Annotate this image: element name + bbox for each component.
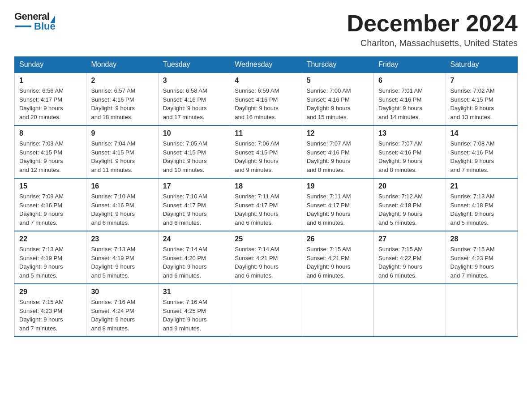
day-info: Sunrise: 7:10 AMSunset: 4:17 PMDaylight:… [163,192,225,227]
calendar-cell: 4Sunrise: 6:59 AMSunset: 4:16 PMDaylight… [230,73,302,125]
day-info: Sunrise: 7:13 AMSunset: 4:18 PMDaylight:… [450,192,513,227]
day-number: 17 [163,182,225,190]
calendar-cell: 31Sunrise: 7:16 AMSunset: 4:25 PMDayligh… [158,284,230,337]
calendar-cell: 13Sunrise: 7:07 AMSunset: 4:16 PMDayligh… [374,125,446,178]
calendar-week-row: 22Sunrise: 7:13 AMSunset: 4:19 PMDayligh… [15,231,518,284]
day-info: Sunrise: 7:07 AMSunset: 4:16 PMDaylight:… [378,139,441,174]
day-number: 12 [307,129,369,137]
day-number: 22 [19,235,82,243]
calendar-cell: 24Sunrise: 7:14 AMSunset: 4:20 PMDayligh… [158,231,230,284]
calendar-subtitle: Charlton, Massachusetts, United States [347,38,518,48]
day-info: Sunrise: 7:13 AMSunset: 4:19 PMDaylight:… [19,245,82,280]
calendar-cell: 3Sunrise: 6:58 AMSunset: 4:16 PMDaylight… [158,73,230,125]
day-number: 29 [19,288,82,296]
calendar-cell: 10Sunrise: 7:05 AMSunset: 4:15 PMDayligh… [158,125,230,178]
weekday-header-saturday: Saturday [446,57,517,73]
calendar-cell: 18Sunrise: 7:11 AMSunset: 4:17 PMDayligh… [230,178,302,231]
calendar-title-block: December 2024 Charlton, Massachusetts, U… [347,11,518,48]
calendar-cell: 6Sunrise: 7:01 AMSunset: 4:16 PMDaylight… [374,73,446,125]
day-info: Sunrise: 7:10 AMSunset: 4:16 PMDaylight:… [91,192,153,227]
calendar-table: SundayMondayTuesdayWednesdayThursdayFrid… [14,56,518,337]
day-number: 19 [307,182,369,190]
calendar-cell: 28Sunrise: 7:15 AMSunset: 4:23 PMDayligh… [446,231,517,284]
day-info: Sunrise: 7:13 AMSunset: 4:19 PMDaylight:… [91,245,153,280]
day-number: 25 [235,235,297,243]
day-info: Sunrise: 7:05 AMSunset: 4:15 PMDaylight:… [163,139,225,174]
page-header: General Blue December 2024 Charlton, Mas… [14,11,518,48]
calendar-cell: 23Sunrise: 7:13 AMSunset: 4:19 PMDayligh… [86,231,158,284]
day-info: Sunrise: 6:56 AMSunset: 4:17 PMDaylight:… [19,86,82,121]
day-info: Sunrise: 7:15 AMSunset: 4:21 PMDaylight:… [307,245,369,280]
day-number: 3 [163,77,225,85]
day-info: Sunrise: 7:15 AMSunset: 4:22 PMDaylight:… [378,245,441,280]
calendar-cell: 20Sunrise: 7:12 AMSunset: 4:18 PMDayligh… [374,178,446,231]
day-number: 15 [19,182,82,190]
day-info: Sunrise: 7:14 AMSunset: 4:20 PMDaylight:… [163,245,225,280]
day-number: 21 [450,182,513,190]
day-info: Sunrise: 6:57 AMSunset: 4:16 PMDaylight:… [91,86,153,121]
day-number: 5 [307,77,369,85]
day-info: Sunrise: 7:08 AMSunset: 4:16 PMDaylight:… [450,139,513,174]
calendar-week-row: 29Sunrise: 7:15 AMSunset: 4:23 PMDayligh… [15,284,518,337]
day-info: Sunrise: 6:59 AMSunset: 4:16 PMDaylight:… [235,86,297,121]
day-number: 31 [163,288,225,296]
calendar-cell: 8Sunrise: 7:03 AMSunset: 4:15 PMDaylight… [15,125,86,178]
day-number: 30 [91,288,153,296]
calendar-cell: 22Sunrise: 7:13 AMSunset: 4:19 PMDayligh… [15,231,86,284]
calendar-cell: 11Sunrise: 7:06 AMSunset: 4:15 PMDayligh… [230,125,302,178]
day-number: 24 [163,235,225,243]
day-info: Sunrise: 7:16 AMSunset: 4:25 PMDaylight:… [163,298,225,333]
day-number: 1 [19,77,82,85]
day-number: 4 [235,77,297,85]
day-info: Sunrise: 7:11 AMSunset: 4:17 PMDaylight:… [307,192,369,227]
calendar-cell: 27Sunrise: 7:15 AMSunset: 4:22 PMDayligh… [374,231,446,284]
day-number: 28 [450,235,513,243]
day-number: 6 [378,77,441,85]
calendar-cell [446,284,517,337]
day-number: 9 [91,129,153,137]
day-info: Sunrise: 7:15 AMSunset: 4:23 PMDaylight:… [19,298,82,333]
calendar-cell: 25Sunrise: 7:14 AMSunset: 4:21 PMDayligh… [230,231,302,284]
calendar-cell: 12Sunrise: 7:07 AMSunset: 4:16 PMDayligh… [302,125,373,178]
weekday-header-thursday: Thursday [302,57,373,73]
calendar-cell: 2Sunrise: 6:57 AMSunset: 4:16 PMDaylight… [86,73,158,125]
calendar-cell [374,284,446,337]
day-info: Sunrise: 7:02 AMSunset: 4:15 PMDaylight:… [450,86,513,121]
day-number: 27 [378,235,441,243]
calendar-cell: 30Sunrise: 7:16 AMSunset: 4:24 PMDayligh… [86,284,158,337]
day-number: 13 [378,129,441,137]
day-info: Sunrise: 7:15 AMSunset: 4:23 PMDaylight:… [450,245,513,280]
day-info: Sunrise: 7:03 AMSunset: 4:15 PMDaylight:… [19,139,82,174]
day-number: 20 [378,182,441,190]
day-info: Sunrise: 7:14 AMSunset: 4:21 PMDaylight:… [235,245,297,280]
day-info: Sunrise: 7:04 AMSunset: 4:15 PMDaylight:… [91,139,153,174]
calendar-week-row: 1Sunrise: 6:56 AMSunset: 4:17 PMDaylight… [15,73,518,125]
day-number: 7 [450,77,513,85]
day-info: Sunrise: 7:07 AMSunset: 4:16 PMDaylight:… [307,139,369,174]
day-number: 14 [450,129,513,137]
day-info: Sunrise: 7:12 AMSunset: 4:18 PMDaylight:… [378,192,441,227]
day-info: Sunrise: 7:09 AMSunset: 4:16 PMDaylight:… [19,192,82,227]
calendar-cell: 14Sunrise: 7:08 AMSunset: 4:16 PMDayligh… [446,125,517,178]
day-info: Sunrise: 7:06 AMSunset: 4:15 PMDaylight:… [235,139,297,174]
logo-text-blue: Blue [34,21,56,32]
calendar-cell [302,284,373,337]
calendar-cell: 7Sunrise: 7:02 AMSunset: 4:15 PMDaylight… [446,73,517,125]
calendar-week-row: 8Sunrise: 7:03 AMSunset: 4:15 PMDaylight… [15,125,518,178]
day-info: Sunrise: 7:11 AMSunset: 4:17 PMDaylight:… [235,192,297,227]
calendar-cell: 9Sunrise: 7:04 AMSunset: 4:15 PMDaylight… [86,125,158,178]
day-info: Sunrise: 7:16 AMSunset: 4:24 PMDaylight:… [91,298,153,333]
calendar-cell: 29Sunrise: 7:15 AMSunset: 4:23 PMDayligh… [15,284,86,337]
weekday-header-row: SundayMondayTuesdayWednesdayThursdayFrid… [15,57,518,73]
calendar-cell: 1Sunrise: 6:56 AMSunset: 4:17 PMDaylight… [15,73,86,125]
logo-blue-bar [15,26,31,27]
day-number: 23 [91,235,153,243]
weekday-header-friday: Friday [374,57,446,73]
weekday-header-wednesday: Wednesday [230,57,302,73]
day-info: Sunrise: 7:01 AMSunset: 4:16 PMDaylight:… [378,86,441,121]
day-number: 2 [91,77,153,85]
weekday-header-tuesday: Tuesday [158,57,230,73]
day-info: Sunrise: 6:58 AMSunset: 4:16 PMDaylight:… [163,86,225,121]
day-number: 8 [19,129,82,137]
logo: General Blue [14,11,56,32]
